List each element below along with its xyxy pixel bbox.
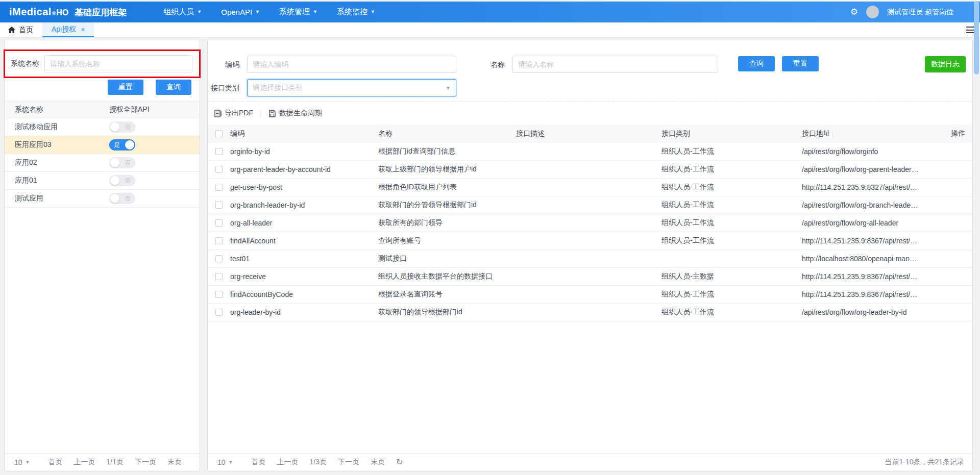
nav-item-system-management[interactable]: 系统管理 ▼: [279, 7, 317, 17]
row-checkbox[interactable]: [215, 237, 223, 244]
system-row-name: 应用02: [5, 158, 37, 167]
main-last-page[interactable]: 末页: [371, 458, 385, 467]
refresh-icon[interactable]: ↻: [396, 458, 403, 466]
system-row[interactable]: 测试应用 否: [5, 190, 200, 208]
cell-name: 获取上级部门的领导根据用户id: [378, 165, 516, 174]
system-list-panel: 系统名称 重置 查询 系统名称 授权全部API 测试移动应用 否 医用应用03 …: [4, 40, 200, 471]
chevron-down-icon: ▼: [197, 10, 202, 14]
system-row[interactable]: 测试移动应用 否: [5, 118, 200, 136]
left-reset-button[interactable]: 重置: [108, 80, 143, 95]
left-query-button[interactable]: 查询: [156, 80, 191, 95]
name-input[interactable]: [512, 56, 718, 73]
table-row[interactable]: get-user-by-post 根据角色ID获取用户列表 组织人员-工作流 h…: [208, 179, 972, 196]
row-checkbox[interactable]: [215, 184, 223, 191]
auth-all-api-toggle[interactable]: 否: [109, 193, 135, 204]
interface-type-select[interactable]: 请选择接口类别 ▼: [247, 79, 456, 96]
cell-code: org-receive: [230, 272, 378, 281]
left-first-page[interactable]: 首页: [48, 458, 63, 467]
row-checkbox[interactable]: [215, 309, 223, 316]
cell-url: http://114.251.235.9:8367/api/rest/…: [802, 272, 945, 281]
table-row[interactable]: findAccountByCode 根据登录名查询账号 组织人员-工作流 htt…: [208, 286, 972, 304]
left-pagination: 10 ▼ 首页 上一页 1/1页 下一页 末页: [5, 453, 200, 471]
nav-item-openapi[interactable]: OpenAPI ▼: [221, 8, 260, 16]
system-name-input[interactable]: [44, 55, 192, 72]
registered-mark: ®: [52, 11, 56, 16]
select-all-checkbox[interactable]: [215, 130, 223, 137]
cell-code: org-branch-leader-by-id: [230, 201, 378, 209]
system-row[interactable]: 应用01 否: [5, 172, 200, 190]
nav-item-org-personnel[interactable]: 组织人员 ▼: [163, 7, 202, 17]
main-prev-page[interactable]: 上一页: [277, 458, 299, 467]
row-checkbox[interactable]: [215, 202, 223, 209]
page-size-value: 10: [14, 458, 22, 466]
user-info[interactable]: 测试管理员 超管岗位: [887, 8, 953, 17]
row-checkbox[interactable]: [215, 219, 223, 227]
code-input[interactable]: [247, 56, 456, 73]
toggle-knob: [110, 194, 119, 203]
toggle-knob: [110, 158, 119, 167]
system-row[interactable]: 应用02 否: [5, 154, 200, 172]
table-row[interactable]: test01 测试接口 http://localhost:8080/openap…: [208, 250, 972, 268]
left-prev-page[interactable]: 上一页: [74, 458, 95, 467]
auth-all-api-toggle[interactable]: 否: [109, 121, 135, 133]
api-table-panel: 编码 名称 接口类别 请选择接口类别 ▼ 查询 重置 数据日志 导出PDF: [207, 40, 973, 471]
header-description: 接口描述: [516, 129, 662, 138]
data-log-button[interactable]: 数据日志: [925, 56, 966, 72]
system-row[interactable]: 医用应用03 是: [5, 136, 200, 154]
row-checkbox[interactable]: [215, 273, 223, 280]
left-last-page[interactable]: 末页: [167, 458, 182, 467]
nav-item-system-monitor[interactable]: 系统监控 ▼: [337, 7, 375, 17]
table-row[interactable]: findAllAccount 查询所有账号 组织人员-工作流 http://11…: [208, 232, 972, 250]
system-row-name: 医用应用03: [5, 140, 52, 149]
left-page-size-select[interactable]: 10 ▼: [14, 458, 30, 466]
system-row-name: 测试移动应用: [5, 122, 58, 132]
cell-code: get-user-by-post: [230, 183, 378, 191]
main-first-page[interactable]: 首页: [252, 458, 266, 467]
row-checkbox[interactable]: [215, 255, 223, 262]
main-page-size-select[interactable]: 10 ▼: [217, 458, 233, 466]
avatar[interactable]: [866, 6, 879, 18]
table-row[interactable]: org-parent-leader-by-account-id 获取上级部门的领…: [208, 161, 972, 179]
table-row[interactable]: orginfo-by-id 根据部门id查询部门信息 组织人员-工作流 /api…: [208, 143, 972, 161]
cell-url: /api/rest/org/flow/org-branch-leade…: [802, 201, 945, 209]
row-checkbox[interactable]: [215, 148, 223, 155]
cell-type: 组织人员-工作流: [662, 236, 802, 245]
cell-code: org-leader-by-id: [230, 308, 378, 316]
chevron-down-icon: ▼: [313, 10, 317, 14]
auth-all-api-toggle[interactable]: 否: [109, 175, 135, 186]
table-row[interactable]: org-receive 组织人员接收主数据平台的数据接口 组织人员-主数据 ht…: [208, 268, 972, 286]
export-pdf-button[interactable]: 导出PDF: [214, 109, 253, 118]
system-row-name: 测试应用: [5, 194, 43, 203]
table-toolbar: 导出PDF | 数据生命周期: [208, 102, 972, 124]
export-pdf-label: 导出PDF: [225, 109, 253, 118]
header-actions: 操作: [945, 129, 972, 138]
page-scrollbar[interactable]: [974, 1, 979, 74]
auth-all-api-toggle[interactable]: 否: [109, 157, 135, 168]
nav-label: 组织人员: [163, 7, 194, 17]
tab-api-auth[interactable]: Api授权 ×: [42, 22, 94, 37]
name-label: 名称: [473, 60, 505, 69]
table-row[interactable]: org-branch-leader-by-id 获取部门的分管领导根据部门id …: [208, 196, 972, 214]
table-row[interactable]: org-all-leader 获取所有的部门领导 组织人员-工作流 /api/r…: [208, 214, 972, 232]
record-summary: 当前1-10条，共21条记录: [885, 458, 964, 467]
reset-button[interactable]: 重置: [782, 56, 819, 71]
table-row[interactable]: org-leader-by-id 获取部门的领导根据部门id 组织人员-工作流 …: [208, 304, 972, 321]
cell-name: 根据角色ID获取用户列表: [378, 183, 516, 192]
row-checkbox[interactable]: [215, 291, 223, 298]
query-button[interactable]: 查询: [738, 56, 775, 71]
data-lifecycle-button[interactable]: 数据生命周期: [268, 109, 322, 118]
tab-home[interactable]: 首页: [0, 22, 42, 37]
cell-url: /api/rest/org/flow/org-parent-leader…: [802, 165, 945, 173]
row-checkbox[interactable]: [215, 166, 223, 173]
chevron-down-icon: ▼: [229, 460, 233, 465]
auth-all-api-toggle[interactable]: 是: [109, 139, 135, 151]
close-icon[interactable]: ×: [81, 26, 85, 33]
cell-type: 组织人员-工作流: [662, 183, 802, 192]
cell-name: 组织人员接收主数据平台的数据接口: [378, 272, 516, 281]
select-placeholder: 请选择接口类别: [253, 83, 303, 92]
system-list: 测试移动应用 否 医用应用03 是 应用02 否 应用01 否 测试应用 否: [5, 118, 200, 208]
main-next-page[interactable]: 下一页: [338, 458, 359, 467]
toggle-label: 否: [125, 194, 131, 203]
gear-icon[interactable]: ⚙: [850, 8, 858, 16]
left-next-page[interactable]: 下一页: [135, 458, 156, 467]
